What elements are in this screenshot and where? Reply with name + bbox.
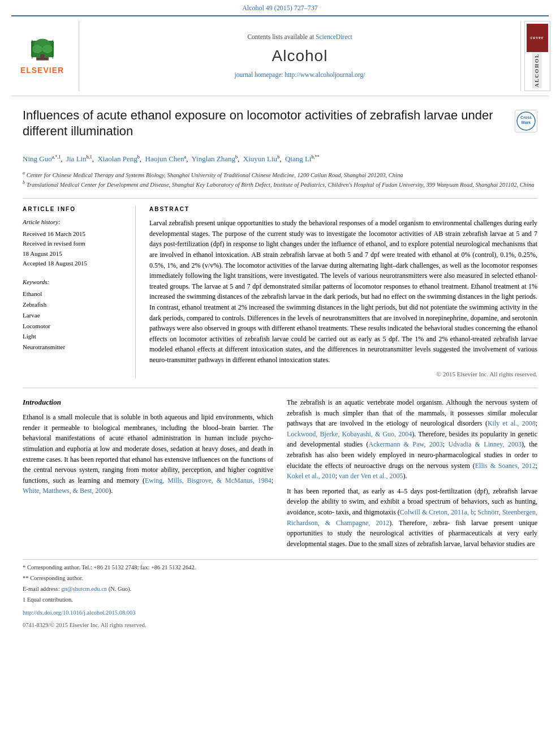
author-jia-lin[interactable]: Jia Lin [66,154,87,163]
introduction-right: The zebrafish is an aquatic vertebrate m… [287,397,537,553]
journal-homepage: journal homepage: http://www.alcoholjour… [235,70,365,79]
journal-header: ELSEVIER Contents lists available at Sci… [11,15,549,96]
abstract-text: Larval zebrafish present unique opportun… [149,218,537,365]
author-haojun-chen[interactable]: Haojun Chen [145,154,184,163]
authors-line: Ning Guoa,*,1, Jia Linb,1, Xiaolan Pengb… [23,153,537,165]
received-revised-date2: 18 August 2015 [23,249,126,259]
received-revised-date: Received in revised form [23,239,126,249]
footer-issn: 0741-8329/© 2015 Elsevier Inc. All right… [23,621,537,630]
elsevier-logo-container: ELSEVIER [11,21,79,91]
introduction-heading: Introduction [23,397,273,407]
svg-rect-5 [40,54,44,59]
alcohol-vertical-text: ALCOHOL [532,52,542,88]
journal-name: Alcohol [272,45,328,67]
author-ning-guo[interactable]: Ning Guo [23,154,52,163]
journal-badge-right: cover ALCOHOL [520,21,549,91]
article-title: Influences of acute ethanol exposure on … [23,108,537,140]
crossmark-icon: Cross Mark [516,111,536,131]
elsevier-logo: ELSEVIER [20,36,64,76]
ref-colwill[interactable]: Colwill & Creton, 2011a, b [400,508,474,516]
accepted-date: Accepted 18 August 2015 [23,259,126,269]
sciencedirect-line: Contents lists available at ScienceDirec… [247,32,352,41]
author-xiaolan-peng[interactable]: Xiaolan Peng [97,154,137,163]
copyright-line: © 2015 Elsevier Inc. All rights reserved… [149,370,537,379]
ref-lockwood[interactable]: Lockwood, Bjerke, Kobayashi, & Guo, 2004 [287,430,412,438]
footnote-equal-contribution: 1 Equal contribution. [23,595,537,604]
citation-bar: Alcohol 49 (2015) 727–737 [0,0,560,15]
author-xiuyun-liu[interactable]: Xiuyun Liu [243,154,277,163]
ref-ellis[interactable]: Ellis & Soanes, 2012 [475,462,536,470]
journal-info-center: Contents lists available at ScienceDirec… [79,21,520,91]
elsevier-tree-icon [25,36,59,64]
svg-point-3 [32,45,42,53]
ref-ackermann[interactable]: Ackermann & Paw, 2003 [368,440,442,448]
affiliation-a: a Center for Chinese Medical Therapy and… [23,170,537,179]
introduction-left: Introduction Ethanol is a small molecule… [23,397,273,553]
article-info-abstract-section: ARTICLE INFO Article history: Received 1… [23,198,537,379]
author-yinglan-zhang[interactable]: Yinglan Zhang [191,154,235,163]
affiliations: a Center for Chinese Medical Therapy and… [23,170,537,190]
footnote-email: E-mail address: gn@shutcm.edu.cn (N. Guo… [23,585,537,594]
alcohol-badge: cover ALCOHOL [524,21,550,91]
citation-text: Alcohol 49 (2015) 727–737 [242,4,318,12]
footnote-email-link[interactable]: gn@shutcm.edu.cn [61,586,107,592]
ref-udvadia[interactable]: Udvadia & Linney, 2003 [449,440,522,448]
intro-para-right-1: The zebrafish is an aquatic vertebrate m… [287,397,537,482]
intro-para-right-2: It has been reported that, as early as 4… [287,486,537,549]
footnote-corresponding2: ** Corresponding author. [23,574,537,583]
received-date: Received 16 March 2015 [23,229,126,239]
keywords-label: Keywords: [23,278,126,286]
ref-van-der-ven[interactable]: van der Ven et al., 2005 [339,472,403,480]
ref-white[interactable]: White, Matthews, & Best, 2000 [23,487,109,495]
keyword-ethanol: Ethanol [23,289,126,299]
keyword-zebrafish: Zebrafish [23,299,126,310]
abstract-column: ABSTRACT Larval zebrafish present unique… [149,205,537,379]
alcohol-cover-image: cover [527,24,548,52]
section-divider [23,388,537,388]
svg-text:Mark: Mark [522,121,531,124]
doi-link[interactable]: http://dx.doi.org/10.1016/j.alcohol.2015… [23,609,136,616]
keyword-locomotor: Locomotor [23,321,126,332]
ref-ewing[interactable]: Ewing, Mills, Bisgrove, & McManus, 1984 [145,476,272,484]
keywords-section: Keywords: Ethanol Zebrafish Larvae Locom… [23,278,126,353]
author-qiang-li[interactable]: Qiang Li [285,154,312,163]
article-info-column: ARTICLE INFO Article history: Received 1… [23,205,136,379]
footnotes: * Corresponding author. Tel.: +86 21 513… [23,559,537,604]
footnote-corresponding1: * Corresponding author. Tel.: +86 21 513… [23,563,537,572]
keyword-light: Light [23,331,126,342]
svg-point-4 [42,45,53,53]
ref-kily[interactable]: Kily et al., 2008 [488,419,536,427]
history-title: Article history: [23,218,126,226]
sciencedirect-link[interactable]: ScienceDirect [316,33,352,40]
article-content: Cross Mark Influences of acute ethanol e… [0,96,560,641]
intro-para-1: Ethanol is a small molecule that is solu… [23,412,273,496]
article-info-label: ARTICLE INFO [23,205,126,213]
svg-text:Cross: Cross [520,115,532,119]
keyword-neurotransmitter: Neurotransmitter [23,342,126,353]
elsevier-wordmark: ELSEVIER [20,65,64,76]
introduction-section: Introduction Ethanol is a small molecule… [23,397,537,553]
crossmark-container: Cross Mark [515,110,537,132]
crossmark-badge: Cross Mark [515,110,537,132]
article-history: Article history: Received 16 March 2015 … [23,218,126,269]
keyword-larvae: Larvae [23,310,126,321]
affiliation-b: b Translational Medical Center for Devel… [23,179,537,189]
ref-kokel[interactable]: Kokel et al., 2010 [287,472,335,480]
doi-line: http://dx.doi.org/10.1016/j.alcohol.2015… [23,607,537,617]
abstract-label: ABSTRACT [149,205,537,213]
